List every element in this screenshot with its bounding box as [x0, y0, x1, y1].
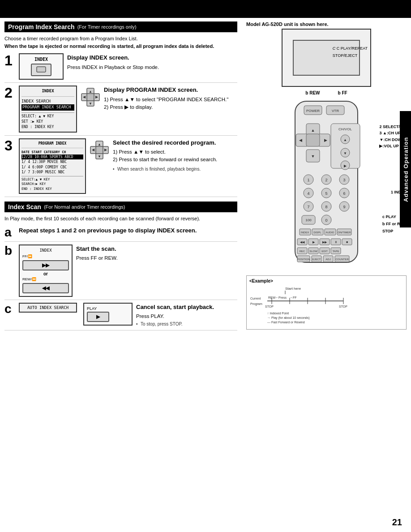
step-2-inst2: 2) Press ▶ to display. [104, 103, 237, 111]
step-1-row: 1 INDEX Display INDEX screen. Press INDE… [4, 53, 237, 83]
svg-text:◀◀: ◀◀ [300, 240, 305, 244]
svg-text:INDEX: INDEX [301, 231, 309, 234]
dpad-icon-3: ▲ ▼ ◀ ▶ [90, 140, 109, 160]
stop-label: STOP [382, 227, 407, 235]
vcr-play-repeat-label: C C PLAY/REPEAT [333, 45, 368, 52]
example-title: <Example> [249, 279, 403, 283]
index-scan-title: Index Scan [8, 203, 41, 210]
svg-text:◀: ◀ [92, 148, 95, 152]
step-2-screen: INDEX INDEX SEARCH PROGRAM INDEX SEARCH … [19, 86, 77, 133]
step-a-text: Repeat steps 1 and 2 on previous page to… [19, 226, 237, 235]
step-c-play-area: PLAY ▶ [83, 303, 133, 326]
step-2-screen-title: INDEX [21, 88, 74, 94]
step-3-screen: PROGRAM INDEX DATE START CATEGORY CH 12/… [19, 138, 86, 194]
svg-text:9: 9 [343, 205, 345, 209]
svg-text:⏸: ⏸ [334, 240, 338, 244]
svg-text:EJECT: EJECT [312, 258, 321, 261]
step-3-screen-title: PROGRAM INDEX [21, 141, 83, 146]
step-2-footer: SELECT: ▲ ▼ KEY SET :▶ KEY END : INDEX K… [21, 112, 74, 130]
step-1-number: 1 [4, 53, 15, 68]
svg-text:▲: ▲ [98, 142, 101, 146]
step-2-line1: INDEX SEARCH [21, 99, 51, 103]
step-b-text: Start the scan. Press FF or REW. [76, 245, 237, 262]
play-label: PLAY [87, 306, 129, 311]
step-2-footer1: SELECT: ▲ ▼ KEY [21, 114, 74, 119]
step-a-letter: a [4, 226, 15, 239]
program-index-header: Program Index Search (For Timer recordin… [4, 21, 237, 32]
step-c-text: Cancel scan, start playback. Press PLAY.… [136, 303, 237, 327]
program-index-desc: Choose a timer recorded program from a P… [4, 35, 237, 50]
ff-label: b FF [338, 90, 347, 95]
svg-text:◀: ◀ [83, 95, 86, 99]
adv-op-sidebar: Advanced Operation [400, 111, 411, 227]
svg-text:→FF: →FF [290, 296, 297, 299]
index-button-icon [36, 66, 46, 73]
svg-rect-5 [87, 94, 94, 101]
svg-text:VTR: VTR [332, 109, 339, 113]
index-scan-subtitle: (For Normal and/or Timer recordings) [44, 204, 125, 210]
index-scan-section: Index Scan (For Normal and/or Timer reco… [4, 202, 237, 330]
svg-text:STOP: STOP [265, 305, 274, 308]
svg-text:POWER: POWER [306, 109, 320, 113]
svg-text:REC: REC [300, 250, 305, 253]
step-3-number: 3 [4, 138, 15, 153]
step-3-footer: SELECT:▲ ▼ KEY SEARCH:▶ KEY END : INDEX … [21, 176, 83, 192]
step-1-title: Display INDEX screen. [67, 53, 237, 62]
svg-text:CH/VOL: CH/VOL [338, 127, 352, 131]
step-3-bullet1: When search is finished, playback begins… [113, 166, 237, 172]
svg-text:7: 7 [307, 205, 309, 209]
step-2-inst1: 1) Press ▲▼ to select "PROGRAM INDEX SEA… [104, 96, 237, 103]
svg-text:5: 5 [325, 191, 327, 196]
svg-text:▲: ▲ [343, 138, 347, 142]
right-col-inner: Model AG-520D unit is shown here. C C PL… [242, 21, 407, 330]
svg-text:▶: ▶ [324, 138, 327, 142]
play-button: ▶ [87, 312, 109, 322]
step-2-dpad: ▲ ▼ ◀ ▶ [81, 87, 100, 107]
step-2-content: ▲ ▼ ◀ ▶ Display PROGRAM INDEX screen. 1)… [81, 86, 237, 111]
svg-text:EDIT: EDIT [321, 250, 328, 253]
svg-text:■: ■ [346, 240, 348, 244]
svg-text:Current: Current [250, 297, 261, 300]
step-a-content: Repeat steps 1 and 2 on previous page to… [19, 226, 237, 235]
svg-text:▼: ▼ [343, 151, 347, 155]
step-1-screen-label: INDEX [22, 57, 60, 62]
step-3-text: Select the desired recorded program. 1) … [113, 138, 237, 172]
svg-text:Program: Program [250, 302, 262, 306]
svg-text:STOP: STOP [339, 305, 347, 308]
step-3-title: Select the desired recorded program. [113, 138, 237, 147]
rew-label: b REW [305, 90, 320, 95]
step-3-row2: 1/ 4 12:30P MOVIE NBC [21, 159, 83, 164]
step-3-inst1: 1) Press ▲▼ to select. [113, 148, 237, 156]
step-3-row1: 12/28 10:00A SPORTS ABCD [21, 154, 83, 159]
left-column: Program Index Search (For Timer recordin… [4, 21, 237, 333]
index-scan-desc: In Play mode, the first 10 seconds of ea… [4, 215, 237, 223]
step-b-screen: INDEX FF/⏩ ▶▶ or REW/⏪ ◀◀ [19, 245, 73, 297]
svg-text:4: 4 [307, 191, 309, 196]
adv-op-label: Advanced Operation [402, 137, 409, 202]
svg-text:COUNTER: COUNTER [335, 258, 349, 261]
rew-label: REW/⏪ [22, 277, 69, 281]
svg-text:▶: ▶ [104, 148, 107, 152]
step-2-title: Display PROGRAM INDEX screen. [104, 86, 237, 94]
svg-text:▲: ▲ [311, 128, 315, 133]
step-b-letter: b [4, 245, 15, 257]
program-index-title: Program Index Search [8, 23, 75, 30]
step-c-letter: c [4, 303, 15, 315]
svg-text:REW←: REW← [268, 296, 278, 299]
step-1-text: Display INDEX screen. Press INDEX in Pla… [67, 53, 237, 71]
step-c-title: Cancel scan, start playback. [136, 303, 237, 312]
step-1-detail: Press INDEX in Playback or Stop mode. [67, 64, 159, 70]
svg-text:Press: Press [278, 296, 287, 299]
example-box: <Example> Start here Current Program REW… [246, 275, 407, 330]
svg-text:ADJ: ADJ [325, 258, 330, 261]
svg-text:--- Fast Forward or Rewind: --- Fast Forward or Rewind [267, 321, 305, 324]
step-3-row3: 1/ 4 6:00P COMEDY CBC [21, 165, 83, 170]
step-b-rew: REW/⏪ ◀◀ [22, 277, 69, 293]
rew-ff-labels: b REW b FF [246, 90, 407, 95]
index-scan-header: Index Scan (For Normal and/or Timer reco… [4, 202, 237, 212]
svg-text:▼: ▼ [311, 154, 315, 159]
vcr-unit: C C PLAY/REPEAT STOP/EJECT [282, 29, 371, 87]
svg-text:AUDIO: AUDIO [325, 231, 334, 234]
step-c-inst1: Press PLAY. [136, 313, 237, 320]
example-diagram: Start here Current Program REW← Press →F… [249, 285, 352, 326]
